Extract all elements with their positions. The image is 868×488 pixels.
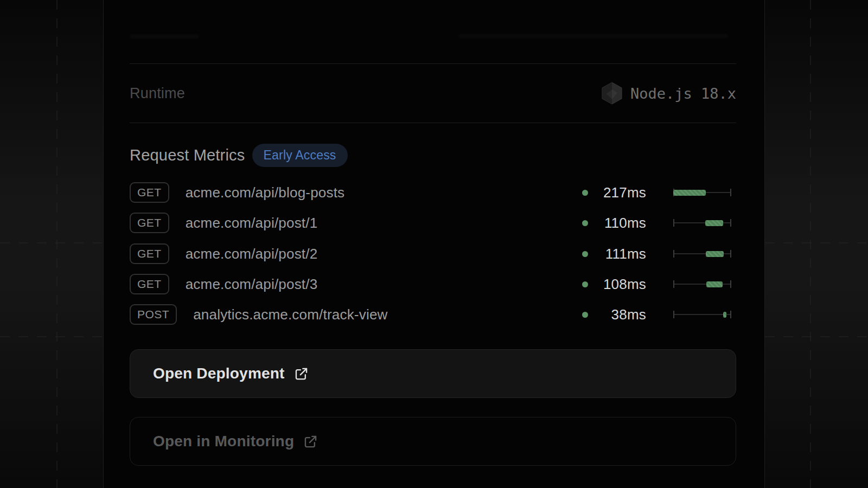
- runtime-value: Node.js 18.x: [602, 82, 736, 105]
- latency-bar: [723, 312, 726, 318]
- request-row: GET acme.com/api/blog-posts 217ms: [130, 182, 736, 203]
- runtime-label: Runtime: [130, 85, 185, 102]
- open-in-monitoring-button[interactable]: Open in Monitoring: [130, 417, 736, 466]
- deployment-details-panel: Runtime Node.js 18.x Request Metrics Ear…: [103, 0, 765, 488]
- open-in-monitoring-label: Open in Monitoring: [153, 433, 294, 450]
- divider: [130, 123, 736, 123]
- background-grid-line: [0, 242, 103, 243]
- request-row: GET acme.com/api/post/2 111ms: [130, 243, 736, 265]
- request-url: acme.com/api/post/2: [186, 246, 318, 262]
- background-grid-line: [810, 0, 811, 488]
- latency-bar: [706, 251, 724, 257]
- background-left: [0, 0, 103, 488]
- status-dot: [582, 251, 588, 257]
- faded-row-value: [459, 34, 728, 38]
- request-row: GET acme.com/api/post/1 110ms: [130, 212, 736, 234]
- request-row: GET acme.com/api/post/3 108ms: [130, 273, 736, 295]
- runtime-version: Node.js 18.x: [630, 85, 736, 102]
- latency-value: 110ms: [596, 215, 646, 232]
- background-grid-line: [0, 336, 103, 337]
- external-link-icon: [303, 434, 318, 449]
- background-right: [765, 0, 868, 488]
- latency-waterfall: [673, 310, 731, 319]
- latency-bar: [705, 220, 723, 226]
- latency-waterfall: [673, 188, 731, 197]
- open-deployment-label: Open Deployment: [153, 365, 285, 382]
- latency-value: 111ms: [596, 246, 646, 262]
- method-badge: GET: [130, 213, 169, 233]
- status-dot: [582, 190, 588, 196]
- request-row: POST analytics.acme.com/track-view 38ms: [130, 304, 736, 325]
- background-grid-line: [765, 336, 868, 337]
- section-title: Request Metrics: [130, 146, 245, 164]
- request-url: acme.com/api/post/1: [186, 215, 318, 232]
- latency-bar: [673, 190, 706, 196]
- request-url: acme.com/api/blog-posts: [186, 184, 345, 201]
- latency-bar: [706, 281, 723, 287]
- runtime-row: Runtime Node.js 18.x: [130, 79, 736, 107]
- request-url: analytics.acme.com/track-view: [193, 306, 387, 323]
- latency-value: 217ms: [596, 184, 646, 201]
- nodejs-hexagon-icon: [602, 82, 622, 105]
- status-dot: [582, 312, 588, 318]
- early-access-badge: Early Access: [252, 144, 348, 167]
- method-badge: GET: [130, 243, 169, 264]
- external-link-icon: [294, 367, 309, 381]
- method-badge: POST: [130, 304, 177, 325]
- status-dot: [582, 281, 588, 287]
- latency-waterfall: [673, 249, 731, 259]
- background-grid-line: [765, 242, 868, 243]
- method-badge: GET: [130, 182, 169, 203]
- request-url: acme.com/api/post/3: [186, 276, 318, 293]
- faded-row-label: [130, 34, 199, 39]
- divider: [130, 63, 736, 64]
- method-badge: GET: [130, 274, 169, 294]
- latency-waterfall: [673, 218, 731, 228]
- open-deployment-button[interactable]: Open Deployment: [130, 349, 736, 398]
- latency-value: 38ms: [596, 306, 646, 323]
- status-dot: [582, 220, 588, 226]
- latency-value: 108ms: [596, 276, 646, 293]
- latency-waterfall: [673, 279, 731, 289]
- background-grid-line: [56, 0, 58, 488]
- request-metrics-header: Request Metrics Early Access: [130, 142, 348, 168]
